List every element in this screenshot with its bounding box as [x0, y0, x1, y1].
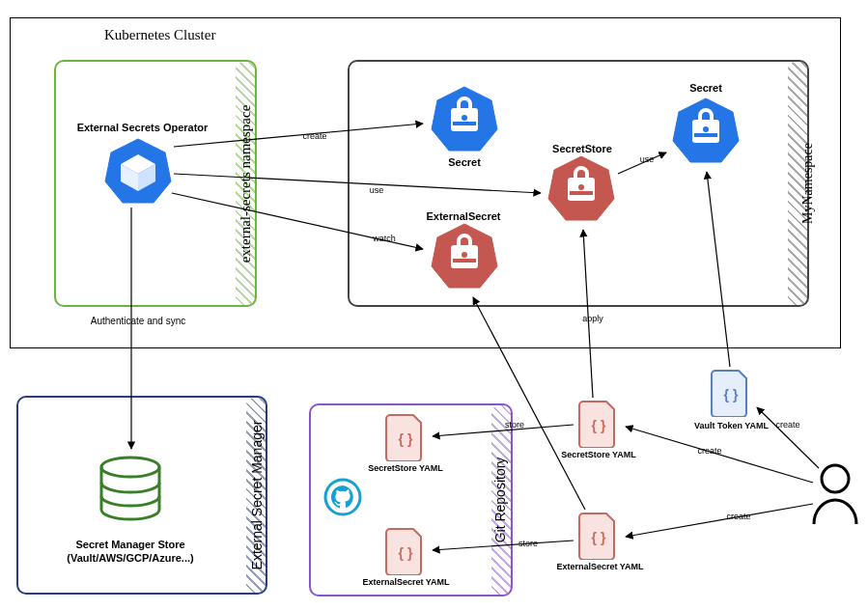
yaml-icon-user-ss: { }: [577, 400, 620, 448]
auth-sync-label: Authenticate and sync: [66, 316, 210, 326]
externalsecret-label: ExternalSecret: [410, 210, 517, 222]
yaml-icon-vault: { }: [710, 369, 752, 417]
secret-icon-right: [671, 97, 741, 166]
svg-point-27: [822, 465, 849, 492]
svg-point-19: [462, 252, 467, 258]
svg-point-15: [578, 184, 584, 190]
svg-text:{ }: { }: [592, 530, 606, 545]
my-namespace-label: MyNamespace: [800, 111, 816, 256]
yaml-label-git-es: ExternalSecret YAML: [350, 577, 462, 587]
yaml-icon-git-ss: { }: [384, 413, 427, 461]
sms-label-2: (Vault/AWS/GCP/Azure...): [43, 552, 217, 564]
svg-text:{ }: { }: [592, 418, 606, 433]
operator-icon: [103, 137, 173, 207]
yaml-icon-user-es: { }: [577, 512, 620, 560]
git-box-label: Git Repository: [492, 442, 508, 558]
yaml-label-user-ss: SecretStore YAML: [550, 450, 647, 459]
svg-point-11: [703, 126, 709, 132]
sms-label-1: Secret Manager Store: [43, 539, 217, 550]
svg-rect-6: [453, 122, 476, 125]
secretstore-icon: [546, 154, 616, 224]
edge-watch: watch: [365, 234, 404, 243]
secret-label-left: Secret: [430, 156, 499, 168]
svg-line-33: [757, 407, 819, 468]
svg-text:{ }: { }: [724, 387, 739, 402]
secret-icon-left: [430, 85, 499, 154]
yaml-label-vault: Vault Token YAML: [681, 421, 782, 430]
yaml-label-user-es: ExternalSecret YAML: [545, 562, 656, 571]
svg-point-21: [325, 480, 360, 514]
secretstore-label: SecretStore: [539, 143, 626, 154]
edge-create-2: create: [769, 420, 807, 430]
edge-store-1: store: [497, 420, 532, 430]
svg-point-7: [462, 115, 467, 121]
user-icon: [809, 461, 862, 529]
github-icon: [323, 478, 362, 516]
edge-store-2: store: [511, 539, 546, 548]
svg-rect-18: [453, 259, 476, 263]
externalsecret-icon: [430, 222, 499, 291]
yaml-label-git-ss: SecretStore YAML: [357, 463, 454, 473]
edge-use-1: use: [357, 185, 396, 195]
svg-rect-10: [694, 133, 717, 137]
eso-namespace-label: external-secrets namespace: [238, 65, 254, 304]
edge-create-1: create: [295, 131, 334, 141]
db-icon: [92, 454, 169, 531]
edge-apply: apply: [574, 314, 612, 323]
yaml-icon-git-es: { }: [384, 527, 427, 575]
edge-create-3: create: [690, 446, 729, 456]
edge-use-2: use: [632, 154, 661, 164]
svg-text:{ }: { }: [399, 431, 413, 447]
svg-rect-14: [570, 191, 593, 195]
edge-create-4: create: [719, 512, 758, 521]
esm-box-label: External Secret Manager: [249, 399, 265, 592]
secret-label-right: Secret: [671, 82, 741, 94]
svg-point-20: [101, 458, 159, 477]
svg-text:{ }: { }: [399, 545, 413, 561]
operator-label: External Secrets Operator: [58, 122, 227, 133]
cluster-title: Kubernetes Cluster: [104, 27, 215, 43]
